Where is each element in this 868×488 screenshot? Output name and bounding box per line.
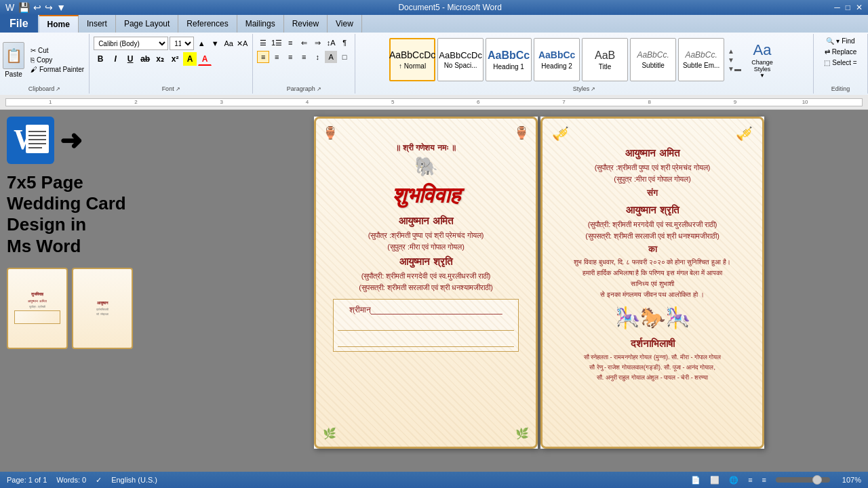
status-right: 📄 ⬜ 🌐 ≡ ≡ 107% — [691, 476, 861, 485]
view-fullscreen-icon[interactable]: ⬜ — [710, 476, 719, 485]
tab-file[interactable]: File — [0, 15, 38, 33]
strikethrough-button[interactable]: ab — [138, 52, 152, 66]
minimize-button[interactable]: ─ — [834, 3, 840, 12]
bullets-button[interactable]: ☰ — [257, 37, 269, 49]
style-subtle-em[interactable]: AaBbCc. Subtle Em... — [678, 38, 724, 81]
change-case-button[interactable]: Aa — [222, 37, 235, 49]
align-left-button[interactable]: ≡ — [257, 51, 269, 63]
view-web-icon[interactable]: 🌐 — [729, 476, 738, 485]
view-outline-icon[interactable]: ≡ — [748, 476, 752, 484]
select-button[interactable]: ⬚ Select = — [822, 58, 859, 67]
styles-more-button[interactable]: ▼▬ — [728, 65, 741, 73]
font-row2: B I U ab x₂ x² A A — [94, 52, 212, 66]
tab-review[interactable]: Review — [284, 15, 328, 33]
bride-line2-right: (सुपसत्री: श्रीमती सरलाजी एवं श्री धनश्य… — [585, 232, 719, 241]
left-panel: W ➜ 7x5 Page Wedding Card Design in Ms W… — [0, 110, 210, 472]
quick-access-more-icon[interactable]: ▼ — [56, 2, 66, 13]
word-logo-area: W ➜ — [7, 117, 203, 164]
tab-page-layout[interactable]: Page Layout — [116, 15, 178, 33]
decrease-font-button[interactable]: ▼ — [209, 37, 221, 49]
align-right-button[interactable]: ≡ — [284, 51, 296, 63]
bottom-right-deco: 🌿 — [515, 427, 529, 440]
style-heading1[interactable]: AaBbCc Heading 1 — [486, 38, 532, 81]
clipboard-expand-icon[interactable]: ↗ — [56, 86, 60, 92]
borders-button[interactable]: □ — [338, 51, 351, 63]
numbering-button[interactable]: 1☰ — [271, 37, 283, 49]
paragraph-group: ☰ 1☰ ≡ ⇐ ⇒ ↕A ¶ ≡ ≡ ≡ ≡ ↕ A □ Paragraph … — [253, 34, 355, 94]
text-highlight-button[interactable]: A — [183, 52, 197, 66]
increase-indent-button[interactable]: ⇒ — [311, 37, 323, 49]
sort-button[interactable]: ↕A — [325, 37, 337, 49]
arrow-indicator: ➜ — [60, 125, 83, 156]
font-size-selector[interactable]: 11 — [170, 37, 194, 50]
subscript-button[interactable]: x₂ — [153, 52, 167, 66]
show-formatting-button[interactable]: ¶ — [338, 37, 351, 49]
font-expand-icon[interactable]: ↗ — [176, 86, 180, 92]
bride-line1-left: (सुपौत्री: श्रीमती मरगदेवी एवं स्व.मुरली… — [361, 272, 491, 281]
replace-button[interactable]: ⇄ Replace — [823, 47, 859, 56]
thumbnail-card-2: आयुष्मान दर्शनाभिलाषी सौ स्नेहलता — [72, 268, 133, 349]
close-button[interactable]: ✕ — [856, 3, 863, 12]
clipboard-label: Clipboard — [28, 85, 55, 92]
bold-button[interactable]: B — [94, 52, 107, 66]
multilevel-list-button[interactable]: ≡ — [284, 37, 296, 49]
groom-line2-left: (सुपुत्र :मीरा एवं गोपाल गोयल) — [387, 243, 465, 251]
italic-button[interactable]: I — [108, 52, 122, 66]
shading-button[interactable]: A — [325, 51, 337, 63]
style-no-spacing[interactable]: AaBbCcDc No Spaci... — [437, 38, 484, 81]
bride-heading-left: आयुष्मान श्रृति — [399, 256, 452, 268]
copy-button[interactable]: ⎘ Copy — [28, 56, 86, 64]
style-subtitle[interactable]: AaBbCc. Subtitle — [630, 38, 676, 81]
wedding-card-left: 🏺 🏺 ॥ श्री गणेशय नमः ॥ 🐘 शुभविवाह आयुष्म… — [314, 117, 538, 449]
paste-label: Paste — [5, 70, 22, 78]
proofing-icon[interactable]: ✓ — [96, 476, 102, 485]
font-color-button[interactable]: A — [198, 52, 212, 66]
darshan-heading: दर्शनाभिलाषी — [631, 338, 675, 350]
tab-mailings[interactable]: Mailings — [237, 15, 284, 33]
tab-view[interactable]: View — [328, 15, 362, 33]
editing-label: Editing — [831, 85, 850, 92]
cut-button[interactable]: ✂ Cut — [28, 46, 86, 55]
format-painter-button[interactable]: 🖌 Format Painter — [28, 65, 86, 74]
title-bar: W 💾 ↩ ↪ ▼ Document5 - Microsoft Word ─ □… — [0, 0, 868, 15]
maximize-button[interactable]: □ — [846, 3, 850, 12]
paragraph-expand-icon[interactable]: ↗ — [317, 86, 321, 92]
style-heading2[interactable]: AaBbCc Heading 2 — [534, 38, 580, 81]
font-family-selector[interactable]: Calibri (Body) — [94, 37, 168, 50]
invite-line1: हमारी हार्दिक अभिलाषा है कि परिणय इस मंग… — [580, 269, 725, 277]
increase-font-button[interactable]: ▲ — [195, 37, 208, 49]
save-icon[interactable]: 💾 — [18, 2, 30, 13]
style-title[interactable]: AaB Title — [582, 38, 628, 81]
line-spacing-button[interactable]: ↕ — [311, 51, 323, 63]
cut-icon: ✂ — [31, 47, 36, 54]
underline-button[interactable]: U — [123, 52, 137, 66]
scroll-up-button[interactable]: ▲ — [728, 47, 741, 55]
align-center-button[interactable]: ≡ — [271, 51, 283, 63]
scroll-down-button[interactable]: ▼ — [728, 56, 741, 64]
style-normal[interactable]: AaBbCcDc ↑ Normal — [389, 38, 435, 81]
document-area[interactable]: 🏺 🏺 ॥ श्री गणेशय नमः ॥ 🐘 शुभविवाह आयुष्म… — [210, 110, 868, 472]
zoom-level[interactable]: 107% — [840, 476, 861, 484]
tab-insert[interactable]: Insert — [79, 15, 116, 33]
decrease-indent-button[interactable]: ⇐ — [298, 37, 310, 49]
paste-button[interactable]: 📋 Paste — [3, 42, 24, 78]
tab-references[interactable]: References — [178, 15, 237, 33]
undo-icon[interactable]: ↩ — [33, 2, 41, 13]
justify-button[interactable]: ≡ — [298, 51, 310, 63]
groom-heading-left: आयुष्मान अमित — [399, 215, 452, 227]
redo-icon[interactable]: ↪ — [45, 2, 53, 13]
view-draft-icon[interactable]: ≡ — [762, 476, 766, 484]
clear-format-button[interactable]: ✕A — [236, 37, 248, 49]
find-button[interactable]: 🔍 ▾ Find — [824, 37, 856, 45]
superscript-button[interactable]: x² — [168, 52, 182, 66]
tab-home[interactable]: Home — [39, 15, 79, 33]
view-print-icon[interactable]: 📄 — [691, 476, 701, 485]
styles-expand-icon[interactable]: ↗ — [591, 86, 595, 92]
font-row1: Calibri (Body) 11 ▲ ▼ Aa ✕A — [94, 37, 248, 50]
ruler-bar: 1 2 3 4 5 6 7 8 9 10 — [5, 98, 863, 106]
change-styles-button[interactable]: Aa Change Styles ▼ — [745, 41, 779, 79]
zoom-slider[interactable] — [776, 477, 830, 483]
language[interactable]: English (U.S.) — [111, 476, 157, 484]
invite-line2: सानिध्य एवं शुभाशी — [631, 280, 674, 288]
ribbon-tabs: File Home Insert Page Layout References … — [0, 15, 868, 33]
